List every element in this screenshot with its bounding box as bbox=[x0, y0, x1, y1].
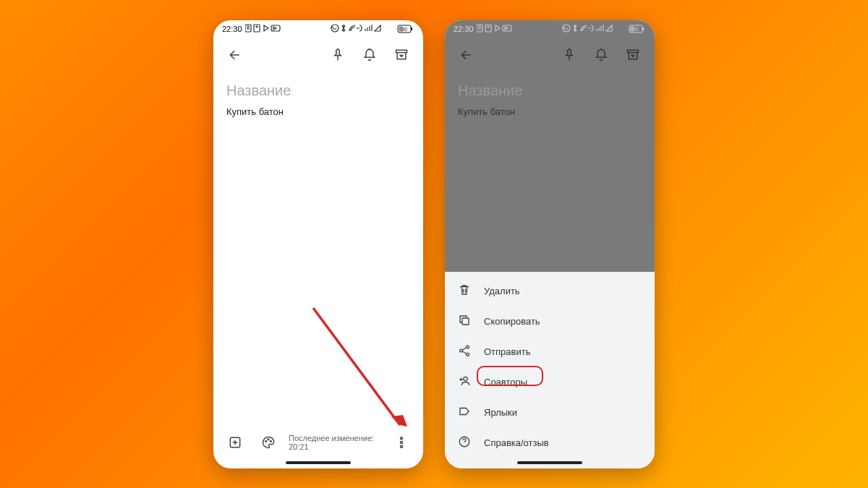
menu-item-label: Ярлыки bbox=[484, 407, 517, 418]
person-add-icon bbox=[458, 374, 471, 390]
status-time: 22:30 bbox=[454, 25, 474, 33]
status-time: 22:30 bbox=[222, 25, 242, 33]
svg-point-2 bbox=[256, 26, 258, 27]
trash-icon bbox=[458, 283, 471, 299]
menu-item-labels[interactable]: Ярлыки bbox=[445, 398, 655, 428]
status-system-icons bbox=[561, 24, 626, 34]
note-title-placeholder[interactable]: Название bbox=[226, 82, 410, 99]
svg-point-13 bbox=[271, 440, 272, 442]
menu-item-copy[interactable]: Скопировать bbox=[445, 307, 655, 337]
menu-item-help[interactable]: Справка/отзыв bbox=[445, 428, 655, 458]
archive-button[interactable] bbox=[620, 42, 646, 68]
svg-point-4 bbox=[331, 25, 339, 32]
svg-text:30: 30 bbox=[401, 27, 407, 32]
options-bottom-sheet: Удалить Скопировать Отправить Соавторы Я… bbox=[445, 272, 655, 468]
nav-pill bbox=[286, 461, 351, 464]
battery-icon: 30 bbox=[397, 25, 414, 33]
note-title-placeholder: Название bbox=[458, 82, 642, 99]
share-icon bbox=[458, 344, 471, 359]
svg-rect-6 bbox=[411, 27, 412, 30]
more-options-button[interactable] bbox=[388, 429, 414, 455]
palette-button[interactable] bbox=[255, 429, 281, 455]
note-content: Название Купить батон bbox=[445, 72, 655, 272]
nav-pill bbox=[517, 461, 582, 464]
archive-button[interactable] bbox=[388, 42, 414, 68]
menu-item-send[interactable]: Отправить bbox=[445, 337, 655, 367]
menu-item-collaborators[interactable]: Соавторы bbox=[445, 367, 655, 398]
status-notif-icons bbox=[477, 24, 517, 34]
svg-rect-29 bbox=[462, 318, 469, 325]
note-toolbar bbox=[213, 38, 423, 72]
svg-rect-9 bbox=[396, 50, 407, 52]
add-content-button[interactable] bbox=[222, 429, 248, 455]
note-body: Купить батон bbox=[458, 106, 642, 117]
reminder-button[interactable] bbox=[588, 42, 614, 68]
svg-rect-25 bbox=[642, 27, 644, 30]
svg-text:30: 30 bbox=[633, 27, 639, 32]
svg-rect-28 bbox=[628, 50, 639, 52]
phone-right: 22:30 bbox=[445, 20, 655, 468]
svg-point-16 bbox=[401, 445, 403, 448]
menu-item-label: Справка/отзыв bbox=[484, 437, 549, 448]
note-content[interactable]: Название Купить батон bbox=[213, 72, 423, 427]
menu-item-label: Отправить bbox=[484, 346, 530, 357]
svg-point-11 bbox=[265, 440, 267, 442]
status-notif-icons bbox=[245, 24, 286, 34]
status-bar: 22:30 bbox=[213, 20, 423, 38]
menu-item-label: Удалить bbox=[484, 286, 520, 296]
help-icon bbox=[458, 435, 471, 450]
copy-icon bbox=[458, 314, 471, 329]
svg-point-12 bbox=[268, 439, 269, 440]
phone-left: 22:30 bbox=[213, 20, 423, 468]
menu-item-delete[interactable]: Удалить bbox=[445, 276, 655, 307]
menu-item-label: Скопировать bbox=[484, 316, 540, 327]
battery-icon: 30 bbox=[629, 25, 646, 33]
label-icon bbox=[458, 405, 471, 420]
note-bottom-bar: Последнее изменение: 20:21 bbox=[213, 427, 423, 458]
last-edited-label: Последнее изменение: 20:21 bbox=[289, 434, 381, 451]
pin-button[interactable] bbox=[325, 42, 351, 68]
svg-point-21 bbox=[488, 26, 489, 27]
svg-point-33 bbox=[464, 377, 467, 380]
svg-point-23 bbox=[563, 25, 570, 32]
back-button[interactable] bbox=[222, 42, 248, 68]
reminder-button[interactable] bbox=[357, 42, 383, 68]
status-system-icons bbox=[329, 24, 394, 34]
note-toolbar bbox=[445, 38, 655, 72]
note-body[interactable]: Купить батон bbox=[226, 106, 410, 117]
menu-item-label: Соавторы bbox=[484, 377, 527, 388]
back-button[interactable] bbox=[454, 42, 480, 68]
pin-button[interactable] bbox=[556, 42, 582, 68]
svg-point-15 bbox=[401, 441, 403, 443]
svg-point-14 bbox=[401, 437, 403, 439]
status-bar: 22:30 bbox=[445, 20, 655, 38]
